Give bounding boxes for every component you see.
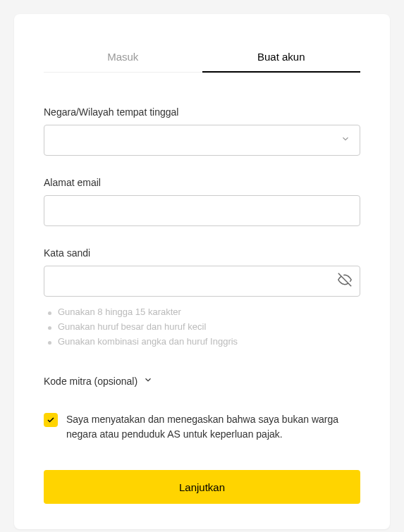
password-wrapper xyxy=(44,266,360,297)
country-select-wrapper xyxy=(44,125,360,156)
continue-button[interactable]: Lanjutkan xyxy=(44,470,360,504)
declaration-checkbox[interactable] xyxy=(44,413,58,427)
password-hint: Gunakan 8 hingga 15 karakter xyxy=(47,307,360,317)
partner-code-label: Kode mitra (opsional) xyxy=(44,376,137,387)
partner-code-toggle[interactable]: Kode mitra (opsional) xyxy=(44,375,360,387)
email-label: Alamat email xyxy=(44,177,360,188)
tab-login[interactable]: Masuk xyxy=(44,42,202,73)
password-input[interactable] xyxy=(44,266,360,297)
password-label: Kata sandi xyxy=(44,247,360,259)
password-field-group: Kata sandi Gunakan 8 hingga 15 karakter … xyxy=(44,247,360,347)
declaration-text: Saya menyatakan dan menegaskan bahwa say… xyxy=(66,412,360,442)
password-hint: Gunakan kombinasi angka dan huruf Inggri… xyxy=(47,336,360,347)
auth-tabs: Masuk Buat akun xyxy=(44,42,360,73)
tab-signup[interactable]: Buat akun xyxy=(202,42,361,73)
country-field-group: Negara/Wilayah tempat tinggal xyxy=(44,106,360,156)
password-hints: Gunakan 8 hingga 15 karakter Gunakan hur… xyxy=(44,307,360,347)
eye-off-icon[interactable] xyxy=(338,273,352,290)
password-hint: Gunakan huruf besar dan huruf kecil xyxy=(47,321,360,332)
country-label: Negara/Wilayah tempat tinggal xyxy=(44,106,360,118)
country-select[interactable] xyxy=(44,125,360,156)
chevron-down-icon xyxy=(143,375,153,387)
signup-card: Masuk Buat akun Negara/Wilayah tempat ti… xyxy=(14,14,390,529)
declaration-row: Saya menyatakan dan menegaskan bahwa say… xyxy=(44,412,360,442)
email-field-group: Alamat email xyxy=(44,177,360,226)
email-input[interactable] xyxy=(44,195,360,226)
check-icon xyxy=(47,416,55,424)
